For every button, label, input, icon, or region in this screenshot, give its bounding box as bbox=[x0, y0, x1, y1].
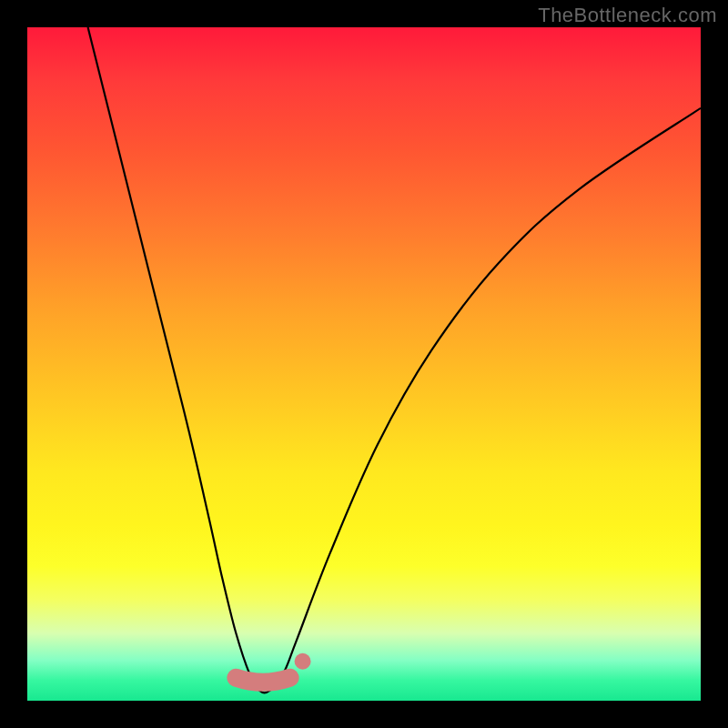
valley-flat-segment bbox=[236, 678, 289, 682]
watermark-text: TheBottleneck.com bbox=[538, 4, 717, 27]
valley-end-dot bbox=[295, 653, 311, 670]
bottleneck-curve bbox=[88, 27, 701, 693]
chart-frame: TheBottleneck.com bbox=[0, 0, 728, 728]
plot-area bbox=[27, 27, 701, 701]
curve-layer bbox=[27, 27, 701, 701]
